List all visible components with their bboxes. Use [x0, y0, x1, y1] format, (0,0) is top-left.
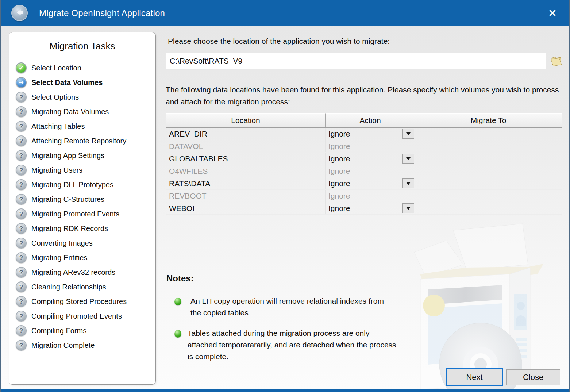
table-row[interactable]: AREV_DIR Ignore	[166, 128, 562, 140]
question-icon: ?	[16, 223, 27, 234]
question-icon: ?	[16, 208, 27, 219]
question-icon: ?	[16, 340, 27, 351]
close-button[interactable]: Close	[506, 369, 560, 385]
main-panel: Please choose the location of the applic…	[166, 26, 562, 389]
note-item: An LH copy operation will remove relatio…	[190, 295, 396, 319]
task-migrating-data-volumes: ? Migrating Data Volumes	[16, 104, 155, 119]
task-converting-images: ? Converting Images	[16, 236, 155, 250]
task-migrating-rdk-records: ? Migrating RDK Records	[16, 221, 155, 236]
task-select-location: ✓ Select Location	[16, 61, 155, 75]
task-select-options: ? Select Options	[16, 90, 155, 104]
action-cell: Ignore	[326, 177, 415, 189]
task-list: ✓ Select Location Select Data Volumes ? …	[9, 61, 155, 353]
folder-icon	[550, 54, 563, 68]
table-header: Location Action Migrate To	[166, 113, 562, 128]
task-migrating-arev32-records: ? Migrating ARev32 records	[16, 265, 155, 280]
migration-tasks-panel: Migration Tasks ✓ Select Location Select…	[9, 32, 156, 385]
migration-tasks-heading: Migration Tasks	[9, 41, 155, 52]
task-attaching-tables: ? Attaching Tables	[16, 119, 155, 134]
question-icon: ?	[16, 311, 27, 322]
migrate-to-cell	[415, 153, 562, 165]
location-cell: DATAVOL	[166, 140, 326, 152]
task-compiling-stored-procedures: ? Compiling Stored Procedures	[16, 294, 155, 309]
migrate-to-cell	[415, 177, 562, 189]
task-select-data-volumes: Select Data Volumes	[16, 75, 155, 90]
question-icon: ?	[16, 281, 27, 292]
action-cell: Ignore	[326, 202, 415, 214]
question-icon: ?	[16, 267, 27, 278]
question-icon: ?	[16, 296, 27, 307]
location-cell: GLOBALTABLES	[166, 153, 326, 165]
action-dropdown-button[interactable]	[402, 154, 414, 164]
column-header-action: Action	[326, 113, 415, 127]
action-cell: Ignore	[326, 165, 415, 177]
bullet-orb-icon	[174, 330, 181, 338]
location-cell: REVBOOT	[166, 190, 326, 202]
instructions-text: The following data locations have been f…	[166, 84, 561, 108]
arrow-right-icon	[16, 77, 27, 88]
question-icon: ?	[16, 325, 27, 336]
migrate-to-cell	[415, 128, 562, 140]
check-icon: ✓	[16, 62, 27, 73]
action-dropdown-button[interactable]	[402, 178, 414, 188]
dialog-content: Migration Tasks ✓ Select Location Select…	[1, 26, 570, 389]
chevron-down-icon	[406, 207, 411, 210]
task-migration-complete: ? Migration Complete	[16, 338, 155, 353]
next-button[interactable]: Next	[446, 368, 503, 386]
table-row[interactable]: GLOBALTABLES Ignore	[166, 153, 562, 165]
data-locations-table: Location Action Migrate To AREV_DIR Igno…	[166, 113, 562, 257]
location-label: Please choose the location of the applic…	[168, 37, 390, 46]
table-row[interactable]: RATS\DATA Ignore	[166, 177, 562, 190]
task-migrating-users: ? Migrating Users	[16, 163, 155, 177]
migrate-to-cell	[415, 202, 562, 214]
action-cell: Ignore	[326, 153, 415, 165]
location-cell: WEBOI	[166, 202, 326, 214]
migrate-to-cell	[415, 165, 562, 177]
question-icon: ?	[16, 106, 27, 117]
location-cell: AREV_DIR	[166, 128, 326, 140]
question-icon: ?	[16, 121, 27, 132]
task-attaching-remote-repository: ? Attaching Remote Repository	[16, 134, 155, 148]
window-title: Migrate OpenInsight Application	[39, 0, 165, 26]
action-cell: Ignore	[326, 140, 415, 152]
table-row: DATAVOL Ignore	[166, 140, 562, 153]
browse-folder-button[interactable]	[550, 54, 563, 68]
column-header-location: Location	[166, 113, 326, 127]
question-icon: ?	[16, 194, 27, 205]
column-header-migrate-to: Migrate To	[415, 113, 562, 127]
action-cell: Ignore	[326, 190, 415, 202]
note-item: Tables attached during the migration pro…	[188, 327, 399, 362]
chevron-down-icon	[406, 157, 411, 160]
action-cell: Ignore	[326, 128, 415, 140]
back-arrow-icon	[15, 7, 25, 19]
question-icon: ?	[16, 252, 27, 263]
chevron-down-icon	[406, 132, 411, 135]
close-icon[interactable]: ✕	[546, 7, 559, 20]
question-icon: ?	[16, 135, 27, 146]
action-dropdown-button[interactable]	[402, 203, 414, 213]
migrate-to-cell	[415, 140, 562, 152]
task-migrating-c-structures: ? Migrating C-Structures	[16, 192, 155, 207]
question-icon: ?	[16, 165, 27, 176]
task-compiling-forms: ? Compiling Forms	[16, 323, 155, 338]
task-migrating-promoted-events: ? Migrating Promoted Events	[16, 207, 155, 221]
question-icon: ?	[16, 150, 27, 161]
location-input[interactable]	[166, 53, 546, 69]
window-bottom-border	[1, 389, 569, 392]
migrate-to-cell	[415, 190, 562, 202]
task-compiling-promoted-events: ? Compiling Promoted Events	[16, 309, 155, 323]
location-cell: RATS\DATA	[166, 177, 326, 189]
back-button[interactable]	[11, 5, 28, 21]
question-icon: ?	[16, 238, 27, 249]
table-row[interactable]: WEBOI Ignore	[166, 202, 562, 215]
bullet-orb-icon	[174, 298, 181, 305]
question-icon: ?	[16, 92, 27, 103]
task-migrating-entities: ? Migrating Entities	[16, 250, 155, 265]
notes-heading: Notes:	[166, 273, 194, 284]
task-cleaning-relationships: ? Cleaning Relationships	[16, 280, 155, 294]
migrate-openinsight-window: Migrate OpenInsight Application ✕	[0, 0, 570, 392]
action-dropdown-button[interactable]	[402, 129, 414, 139]
table-row: REVBOOT Ignore	[166, 190, 562, 202]
task-migrating-dll-prototypes: ? Migrating DLL Prototypes	[16, 177, 155, 192]
task-migrating-app-settings: ? Migrating App Settings	[16, 148, 155, 163]
